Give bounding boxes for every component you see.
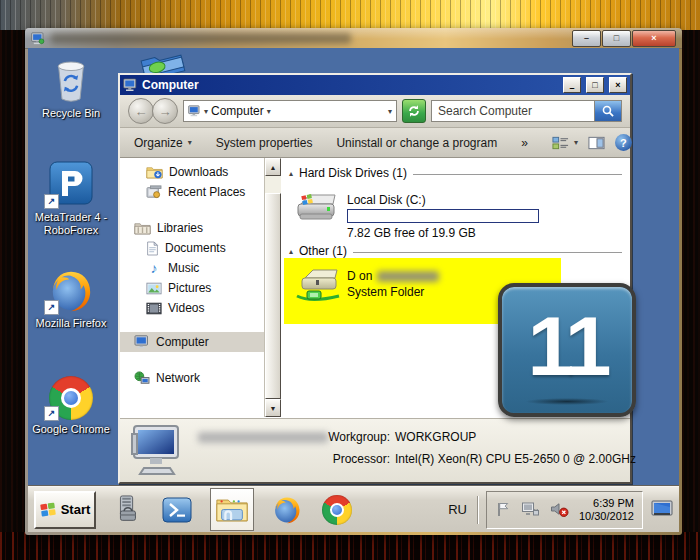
sidebar-item-downloads[interactable]: Downloads	[120, 162, 264, 182]
sidebar-scrollbar[interactable]: ▲ ▼	[264, 158, 281, 417]
search-input[interactable]: Search Computer	[431, 100, 622, 122]
show-desktop-monitor-icon[interactable]	[651, 500, 673, 519]
address-history-dropdown-icon[interactable]: ▾	[388, 107, 392, 116]
desktop-icon-label: Recycle Bin	[42, 107, 100, 120]
pictures-icon	[146, 282, 162, 295]
collapse-arrow-icon[interactable]: ▴	[289, 247, 293, 256]
views-button[interactable]: ▾	[552, 136, 578, 150]
start-button[interactable]: Start	[34, 491, 96, 529]
preview-pane-button[interactable]	[588, 136, 605, 150]
desktop-icon-label: MetaTrader 4 -	[35, 211, 107, 223]
desktop-icon-recycle-bin[interactable]: Recycle Bin	[28, 56, 114, 120]
sidebar-item-pictures[interactable]: Pictures	[120, 278, 264, 298]
details-rows: Workgroup: WORKGROUP Processor: Intel(R)…	[308, 426, 636, 470]
host-wallpaper-bottom-streaks	[0, 532, 700, 560]
redacted-rdp-window-title	[51, 33, 351, 44]
uninstall-program-button[interactable]: Uninstall or change a program	[336, 136, 497, 150]
taskbar-powershell-button[interactable]	[160, 493, 194, 527]
action-center-flag-icon[interactable]	[495, 501, 511, 518]
desktop-icon-chrome[interactable]: ↗ Google Chrome	[28, 372, 114, 436]
sidebar-item-computer[interactable]: Computer	[120, 332, 264, 352]
windows-explorer-icon	[215, 495, 249, 524]
help-button[interactable]: ?	[615, 134, 632, 151]
chevron-down-icon[interactable]: ▾	[267, 107, 271, 116]
computer-icon	[188, 105, 201, 117]
volume-muted-icon[interactable]	[550, 501, 569, 518]
desktop-icon-firefox[interactable]: ↗ Mozilla Firefox	[28, 266, 114, 330]
toolbar-overflow-chevron[interactable]: »	[521, 136, 528, 150]
rdp-minimize-button[interactable]: –	[572, 30, 601, 47]
rdp-caption-buttons: – □ ×	[572, 30, 676, 47]
partially-hidden-folder-icon[interactable]	[138, 48, 186, 76]
sidebar-item-videos[interactable]: Videos	[120, 298, 264, 318]
network-icon	[134, 371, 150, 385]
sidebar-item-network[interactable]: Network	[120, 368, 264, 388]
views-icon	[552, 136, 569, 150]
rdp-close-button[interactable]: ×	[632, 30, 676, 47]
sidebar-item-libraries[interactable]: Libraries	[120, 218, 264, 238]
videos-icon	[146, 302, 162, 315]
rdp-titlebar[interactable]: – □ ×	[25, 28, 682, 49]
scroll-down-button[interactable]: ▼	[265, 399, 281, 417]
documents-icon	[146, 241, 159, 256]
desktop-icon-metatrader[interactable]: ↗ MetaTrader 4 -RoboForex	[28, 160, 114, 237]
organize-button[interactable]: Organize▾	[134, 136, 192, 150]
recent-places-icon	[146, 185, 162, 199]
rdp-maximize-button[interactable]: □	[602, 30, 631, 47]
preview-pane-icon	[588, 136, 605, 150]
other-item-name[interactable]: D on	[347, 269, 439, 283]
collapse-arrow-icon[interactable]: ▴	[289, 169, 293, 178]
taskbar-windows-explorer-button[interactable]	[210, 488, 254, 531]
details-pane: Workgroup: WORKGROUP Processor: Intel(R)…	[120, 417, 630, 482]
taskbar-server-manager-button[interactable]	[110, 493, 144, 527]
sidebar-item-documents[interactable]: Documents	[120, 238, 264, 258]
badge-number: 11	[528, 298, 607, 395]
details-row-workgroup: Workgroup: WORKGROUP	[308, 426, 636, 448]
group-header-hard-disk-drives[interactable]: ▴ Hard Disk Drives (1)	[289, 166, 622, 180]
hard-drive-icon	[293, 188, 339, 228]
chrome-icon	[322, 495, 352, 525]
taskbar-chrome-button[interactable]	[320, 493, 354, 527]
server-manager-icon	[112, 495, 142, 525]
minimize-button[interactable]: –	[563, 77, 581, 93]
system-tray: 6:39 PM 10/30/2012	[486, 491, 643, 529]
drive-name[interactable]: Local Disk (C:)	[347, 193, 426, 207]
shortcut-arrow-icon: ↗	[44, 406, 59, 421]
forward-button[interactable]: →	[152, 98, 178, 124]
explorer-window: Computer – □ × ← → ▾ Computer ▾ ▾	[118, 73, 632, 484]
sidebar-item-music[interactable]: ♪ Music	[120, 258, 264, 278]
maximize-button[interactable]: □	[586, 77, 604, 93]
window-title: Computer	[142, 78, 558, 92]
music-note-icon: ♪	[146, 260, 162, 276]
breadcrumb-location[interactable]: Computer	[211, 104, 264, 118]
chevron-down-icon[interactable]: ▾	[204, 107, 208, 116]
chevron-down-icon: ▾	[574, 138, 578, 147]
disk-free-space: 7.82 GB free of 19.9 GB	[347, 226, 476, 240]
breadcrumb[interactable]: ▾ Computer ▾ ▾	[183, 100, 397, 122]
taskbar-separator	[477, 496, 478, 524]
other-item-type: System Folder	[347, 285, 424, 299]
taskbar-firefox-button[interactable]	[270, 493, 304, 527]
desktop-icon-label: Google Chrome	[32, 423, 110, 436]
back-button[interactable]: ←	[128, 98, 154, 124]
explorer-titlebar[interactable]: Computer – □ ×	[120, 75, 630, 95]
scrollbar-thumb[interactable]	[265, 193, 281, 399]
language-indicator[interactable]: RU	[446, 502, 469, 517]
computer-icon	[123, 78, 138, 92]
group-header-other[interactable]: ▴ Other (1)	[289, 244, 622, 258]
firefox-icon	[272, 495, 302, 525]
clock-time: 6:39 PM	[593, 497, 634, 509]
scroll-up-button[interactable]: ▲	[265, 158, 281, 176]
command-toolbar: Organize▾ System properties Uninstall or…	[120, 128, 630, 158]
desktop-icon-label-line2: RoboForex	[44, 224, 98, 236]
remote-desktop-area: Recycle Bin ↗ MetaTrader 4 -RoboForex ↗ …	[28, 48, 679, 532]
search-icon[interactable]	[594, 101, 621, 121]
system-properties-button[interactable]: System properties	[216, 136, 313, 150]
chevron-down-icon: ▾	[188, 138, 192, 147]
taskbar-clock[interactable]: 6:39 PM 10/30/2012	[579, 497, 634, 523]
sidebar-item-recent-places[interactable]: Recent Places	[120, 182, 264, 202]
close-button[interactable]: ×	[609, 77, 627, 93]
computer-icon	[134, 335, 150, 349]
network-tray-icon[interactable]	[521, 501, 540, 518]
refresh-button[interactable]	[402, 99, 426, 123]
